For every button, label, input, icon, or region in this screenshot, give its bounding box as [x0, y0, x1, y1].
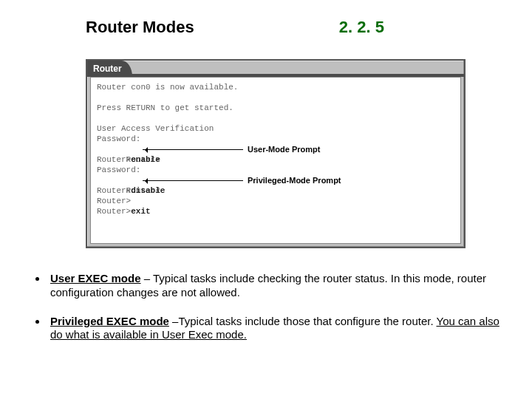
window-tabbar: Router: [87, 61, 464, 77]
arrow-icon: [143, 180, 243, 181]
term-line: [97, 113, 454, 123]
term-line: Router>enable: [97, 154, 454, 165]
bullet-term: Privileged EXEC mode: [50, 315, 169, 327]
slide-title: Router Modes: [86, 18, 194, 37]
term-line: Router> User-Mode Prompt: [97, 144, 454, 154]
term-line: Router#disable: [97, 185, 454, 196]
term-line: Router con0 is now available.: [97, 82, 454, 92]
terminal-window: Router Router con0 is now available. Pre…: [86, 59, 466, 248]
annotation-user-mode: User-Mode Prompt: [248, 144, 320, 154]
bullet-item: Privileged EXEC mode –Typical tasks incl…: [47, 315, 502, 343]
arrow-icon: [143, 149, 243, 150]
term-line: Password:: [97, 165, 454, 175]
bullet-list: User EXEC mode – Typical tasks include c…: [34, 272, 502, 357]
term-line: Press RETURN to get started.: [97, 103, 454, 113]
terminal-body: Router con0 is now available. Press RETU…: [90, 77, 461, 244]
prompt-text: Router>: [97, 207, 131, 216]
bullet-text: –Typical tasks include those that config…: [169, 315, 437, 327]
term-line: Router# Privileged-Mode Prompt: [97, 175, 454, 185]
command-text: disable: [131, 186, 165, 195]
prompt-text: Router#: [97, 186, 131, 195]
term-line: User Access Verification: [97, 123, 454, 134]
term-line: [97, 92, 454, 103]
command-text: enable: [131, 155, 160, 164]
command-text: exit: [131, 207, 150, 216]
bullet-term: User EXEC mode: [50, 272, 141, 284]
term-line: Password:: [97, 134, 454, 144]
prompt-text: Router>: [97, 155, 131, 164]
term-line: Router>: [97, 196, 454, 206]
annotation-priv-mode: Privileged-Mode Prompt: [248, 175, 341, 185]
slide-header: Router Modes 2. 2. 5: [86, 18, 488, 37]
bullet-item: User EXEC mode – Typical tasks include c…: [47, 272, 502, 300]
section-number: 2. 2. 5: [339, 18, 384, 37]
term-line: Router>exit: [97, 206, 454, 216]
